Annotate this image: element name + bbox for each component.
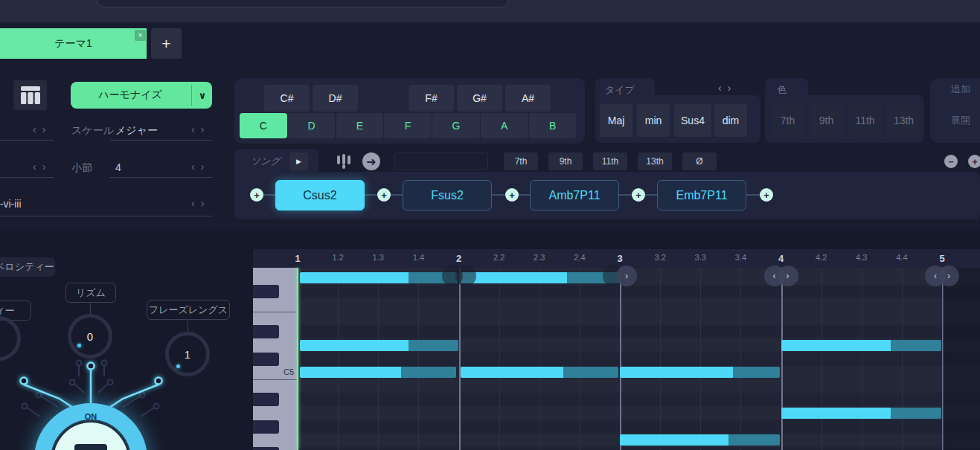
piano-note-C5[interactable] (300, 367, 456, 378)
type-pager[interactable]: ‹› (718, 82, 737, 94)
piano-note-C5[interactable] (620, 367, 780, 378)
black-key-G#4[interactable] (253, 420, 279, 434)
scale-left-stepper[interactable]: ‹› (33, 123, 51, 135)
color-option-13th[interactable]: 13th (887, 104, 920, 137)
black-key-A#4[interactable] (253, 393, 279, 406)
bars-label: 小節 (71, 161, 92, 175)
color-option-11th[interactable]: 11th (848, 104, 882, 137)
song-name-input[interactable] (394, 152, 488, 170)
layout-grid-button[interactable] (13, 80, 47, 110)
chord-button-Fsus2[interactable]: Fsus2 (403, 180, 492, 210)
harmonize-dropdown-chevron-icon[interactable]: ∨ (193, 82, 212, 109)
note-key-F#[interactable]: F# (409, 85, 454, 112)
bars-stepper[interactable]: ‹› (191, 161, 210, 173)
note-key-E[interactable]: E (336, 113, 384, 138)
track-extension-11th[interactable]: 11th (593, 152, 627, 170)
expand-button[interactable]: 展開 (951, 114, 970, 127)
timeline-tick-2.3: 2.3 (527, 253, 552, 262)
timeline-tick-2.2: 2.2 (487, 253, 512, 262)
note-key-F[interactable]: F (384, 113, 432, 138)
note-key-B[interactable]: B (529, 113, 577, 138)
note-tail (891, 408, 941, 419)
color-option-9th[interactable]: 9th (810, 104, 843, 137)
track-extension-7th[interactable]: 7th (504, 152, 538, 170)
connector (90, 303, 91, 314)
insert-chord-icon[interactable]: + (505, 188, 519, 202)
insert-chord-icon[interactable]: + (377, 188, 391, 202)
color-option-7th[interactable]: 7th (771, 104, 804, 137)
note-key-C#[interactable]: C# (264, 85, 310, 112)
theme-tab[interactable]: テーマ1 (0, 28, 147, 59)
note-key-G#[interactable]: G# (457, 85, 502, 112)
timeline-tick-1: 1 (285, 253, 310, 264)
piano-note-C5[interactable] (461, 367, 618, 378)
timeline-tick-4.2: 4.2 (809, 253, 834, 262)
note-attack (620, 367, 733, 378)
timeline-tick-1.2: 1.2 (325, 253, 350, 262)
piano-note-G5[interactable] (300, 272, 459, 283)
note-key-D[interactable]: D (288, 113, 336, 138)
key-separator (253, 379, 298, 380)
type-option-min[interactable]: min (637, 104, 670, 137)
playhead[interactable] (297, 268, 298, 450)
note-key-D#[interactable]: D# (313, 85, 358, 112)
note-key-A[interactable]: A (481, 113, 528, 138)
piano-note-A4[interactable] (781, 408, 941, 419)
chord-button-Amb7P11[interactable]: Amb7P11 (530, 180, 619, 210)
piano-note-D5[interactable] (300, 340, 459, 351)
black-key-F#5[interactable] (253, 285, 279, 298)
scale-value[interactable]: メジャー (115, 124, 158, 138)
row-D#5 (298, 325, 980, 338)
piano-keys[interactable]: C5 (253, 268, 298, 450)
bars-value[interactable]: 4 (115, 161, 121, 173)
note-attack (461, 272, 567, 283)
black-key-C#5[interactable] (253, 353, 279, 366)
append-chord-icon[interactable]: + (968, 155, 980, 168)
send-arrow-icon[interactable]: ➜ (362, 152, 380, 170)
note-tail (891, 340, 941, 351)
bar-handle-right[interactable]: › (778, 266, 798, 286)
timeline-tick-4.4: 4.4 (889, 253, 915, 262)
black-key-F#4[interactable] (253, 447, 279, 450)
chord-button-Csus2[interactable]: Csus2 (275, 180, 365, 210)
type-option-Sus4[interactable]: Sus4 (674, 104, 711, 137)
track-extension-Ø[interactable]: Ø (682, 152, 717, 170)
track-extension-13th[interactable]: 13th (638, 152, 672, 170)
note-key-G[interactable]: G (432, 113, 480, 138)
bar-handle-right[interactable]: › (616, 266, 637, 286)
bars-left-stepper[interactable]: ‹› (33, 161, 51, 173)
phrase-length-label: フレーズレングス (147, 300, 230, 320)
theme-tab-close-icon[interactable]: × (135, 30, 146, 41)
insert-chord-icon[interactable]: + (760, 188, 773, 202)
divider (110, 140, 212, 141)
mixer-icon[interactable] (335, 152, 353, 170)
insert-chord-icon[interactable]: + (250, 188, 263, 202)
beat-line (700, 268, 701, 450)
add-chord-button[interactable]: 追加 (951, 83, 970, 96)
scale-stepper[interactable]: ‹› (191, 123, 210, 135)
black-key-D#5[interactable] (253, 325, 279, 338)
piano-note-G5[interactable] (461, 272, 620, 283)
add-theme-button[interactable]: + (151, 28, 182, 59)
timeline-tick-3: 3 (607, 253, 632, 264)
piano-note-G4[interactable] (620, 434, 780, 446)
remove-chord-icon[interactable]: − (944, 155, 958, 168)
rhythm-knob[interactable]: 0 (68, 314, 112, 359)
bar-handle-right[interactable] (455, 266, 476, 286)
chord-button-Emb7P11[interactable]: Emb7P11 (657, 180, 746, 210)
play-button[interactable]: ▶ (289, 152, 308, 170)
type-option-dim[interactable]: dim (714, 104, 747, 137)
track-extension-9th[interactable]: 9th (548, 152, 583, 170)
note-attack (300, 367, 401, 378)
note-key-A#[interactable]: A# (505, 85, 551, 112)
row-F#5 (298, 285, 980, 298)
progression-stepper[interactable]: ‹› (191, 197, 210, 209)
bar-handle-right[interactable]: › (938, 266, 959, 286)
note-key-C[interactable]: C (240, 113, 287, 138)
note-tail (728, 434, 780, 446)
insert-chord-icon[interactable]: + (632, 188, 645, 202)
piano-note-D5[interactable] (781, 340, 941, 351)
progression-value[interactable]: 7-vi-iii (0, 198, 22, 210)
phrase-length-knob[interactable]: 1 (165, 332, 210, 376)
type-option-Maj[interactable]: Maj (600, 104, 632, 137)
